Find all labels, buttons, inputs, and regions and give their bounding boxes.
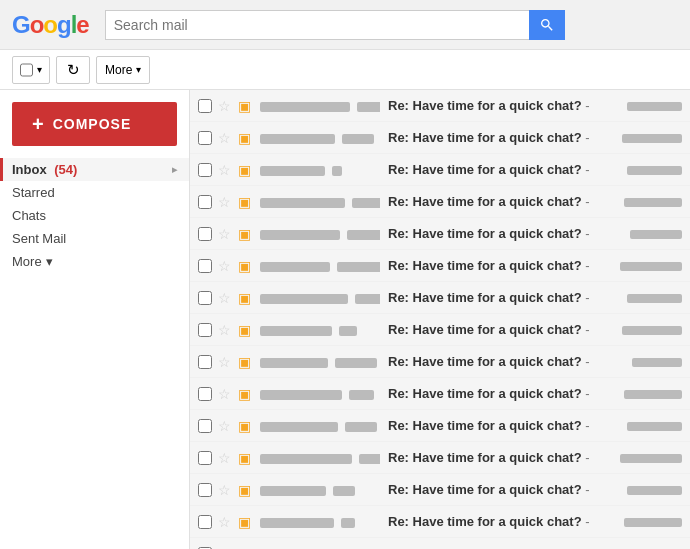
select-checkbox-button[interactable]: ▾: [12, 56, 50, 84]
email-sender: [260, 322, 380, 337]
email-sender: [260, 354, 380, 369]
star-icon[interactable]: ☆: [216, 162, 232, 178]
email-checkbox[interactable]: [198, 195, 212, 209]
star-icon[interactable]: ☆: [216, 290, 232, 306]
email-sender: [260, 162, 380, 177]
folder-icon: ▣: [236, 194, 252, 210]
email-row[interactable]: ☆ ▣ Re: Have time for a quick chat? -: [190, 442, 690, 474]
email-checkbox[interactable]: [198, 291, 212, 305]
email-time: [602, 131, 682, 145]
email-time: [602, 291, 682, 305]
star-icon[interactable]: ☆: [216, 386, 232, 402]
email-checkbox[interactable]: [198, 483, 212, 497]
starred-label: Starred: [12, 185, 55, 200]
email-row[interactable]: ☆ ▣ Re: Have time for a quick chat? -: [190, 378, 690, 410]
email-subject: Re: Have time for a quick chat? -: [388, 98, 602, 113]
email-sender: [260, 418, 380, 433]
email-row[interactable]: ☆ ▣ Re: Have time for a quick chat? -: [190, 90, 690, 122]
compose-plus-icon: +: [32, 114, 45, 134]
email-row[interactable]: ☆ ▣ Re: Have time for a quick chat? -: [190, 314, 690, 346]
folder-icon: ▣: [236, 546, 252, 550]
email-checkbox[interactable]: [198, 387, 212, 401]
sidebar-item-starred[interactable]: Starred: [0, 181, 189, 204]
email-row[interactable]: ☆ ▣ Re: Have time for a quick chat? -: [190, 250, 690, 282]
select-dropdown-arrow[interactable]: ▾: [37, 64, 42, 75]
more-nav-label: More: [12, 254, 42, 269]
star-icon[interactable]: ☆: [216, 450, 232, 466]
email-checkbox[interactable]: [198, 515, 212, 529]
email-time: [602, 419, 682, 433]
more-actions-button[interactable]: More ▾: [96, 56, 150, 84]
email-row[interactable]: ☆ ▣ Re: Have time for a quick chat? -: [190, 218, 690, 250]
search-input[interactable]: [105, 10, 529, 40]
email-row[interactable]: ☆ ▣ Re: Have time for a quick chat? -: [190, 154, 690, 186]
refresh-button[interactable]: ↻: [56, 56, 90, 84]
refresh-icon: ↻: [67, 61, 80, 79]
star-icon[interactable]: ☆: [216, 322, 232, 338]
star-icon[interactable]: ☆: [216, 482, 232, 498]
sidebar-item-sent[interactable]: Sent Mail: [0, 227, 189, 250]
search-button[interactable]: [529, 10, 565, 40]
folder-icon: ▣: [236, 450, 252, 466]
sidebar-item-more[interactable]: More ▾: [0, 250, 189, 273]
email-row[interactable]: ☆ ▣ Re: Have time for a quick chat? -: [190, 122, 690, 154]
more-dropdown-arrow: ▾: [136, 64, 141, 75]
main-content: + COMPOSE Inbox (54) ▸ Starred Chats Sen…: [0, 90, 690, 549]
email-sender: [260, 482, 380, 497]
email-checkbox[interactable]: [198, 259, 212, 273]
star-icon[interactable]: ☆: [216, 98, 232, 114]
folder-icon: ▣: [236, 354, 252, 370]
star-icon[interactable]: ☆: [216, 258, 232, 274]
sent-label: Sent Mail: [12, 231, 66, 246]
email-subject: Re: Have time for a quick chat? -: [388, 450, 602, 465]
email-subject: Re: Have time for a quick chat? -: [388, 194, 602, 209]
email-sender: [260, 226, 380, 241]
email-checkbox[interactable]: [198, 355, 212, 369]
star-icon[interactable]: ☆: [216, 194, 232, 210]
compose-button[interactable]: + COMPOSE: [12, 102, 177, 146]
email-checkbox[interactable]: [198, 99, 212, 113]
email-checkbox[interactable]: [198, 451, 212, 465]
inbox-badge: (54): [51, 162, 78, 177]
star-icon[interactable]: ☆: [216, 514, 232, 530]
email-subject: Re: Have time for a quick chat? -: [388, 354, 602, 369]
folder-icon: ▣: [236, 162, 252, 178]
email-row[interactable]: ☆ ▣ Re: Have time for a quick chat? -: [190, 282, 690, 314]
email-checkbox[interactable]: [198, 323, 212, 337]
email-row[interactable]: ☆ ▣ Re: Have time for a quick chat? -: [190, 538, 690, 549]
folder-icon: ▣: [236, 258, 252, 274]
select-all-checkbox[interactable]: [20, 63, 33, 77]
sidebar: + COMPOSE Inbox (54) ▸ Starred Chats Sen…: [0, 90, 190, 549]
folder-icon: ▣: [236, 482, 252, 498]
star-icon[interactable]: ☆: [216, 226, 232, 242]
sidebar-item-chats[interactable]: Chats: [0, 204, 189, 227]
compose-label: COMPOSE: [53, 116, 132, 132]
email-time: [602, 483, 682, 497]
email-time: [602, 451, 682, 465]
email-subject: Re: Have time for a quick chat? -: [388, 162, 602, 177]
email-row[interactable]: ☆ ▣ Re: Have time for a quick chat? -: [190, 346, 690, 378]
email-checkbox[interactable]: [198, 131, 212, 145]
more-label: More: [105, 63, 132, 77]
star-icon[interactable]: ☆: [216, 130, 232, 146]
email-checkbox[interactable]: [198, 163, 212, 177]
email-checkbox[interactable]: [198, 227, 212, 241]
inbox-arrow-icon[interactable]: ▸: [172, 164, 177, 175]
email-row[interactable]: ☆ ▣ Re: Have time for a quick chat? -: [190, 474, 690, 506]
email-row[interactable]: ☆ ▣ Re: Have time for a quick chat? -: [190, 506, 690, 538]
email-subject: Re: Have time for a quick chat? -: [388, 130, 602, 145]
sidebar-item-inbox[interactable]: Inbox (54) ▸: [0, 158, 189, 181]
star-icon[interactable]: ☆: [216, 418, 232, 434]
app-header: Google: [0, 0, 690, 50]
email-row[interactable]: ☆ ▣ Re: Have time for a quick chat? -: [190, 186, 690, 218]
email-sender: [260, 386, 380, 401]
folder-icon: ▣: [236, 290, 252, 306]
email-row[interactable]: ☆ ▣ Re: Have time for a quick chat? -: [190, 410, 690, 442]
email-time: [602, 227, 682, 241]
star-icon[interactable]: ☆: [216, 546, 232, 550]
folder-icon: ▣: [236, 514, 252, 530]
email-checkbox[interactable]: [198, 419, 212, 433]
star-icon[interactable]: ☆: [216, 354, 232, 370]
email-subject: Re: Have time for a quick chat? -: [388, 386, 602, 401]
email-time: [602, 259, 682, 273]
